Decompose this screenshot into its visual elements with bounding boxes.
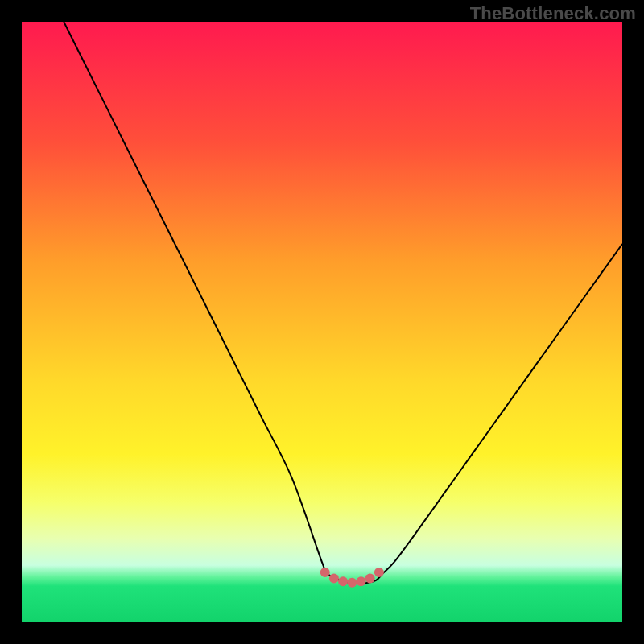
optimal-dot <box>356 576 365 586</box>
watermark-text: TheBottleneck.com <box>470 3 636 24</box>
optimal-dot <box>338 576 348 586</box>
gradient-background <box>22 22 622 622</box>
bottleneck-chart <box>0 0 644 644</box>
chart-frame: TheBottleneck.com <box>0 0 644 644</box>
optimal-dot <box>374 568 384 577</box>
optimal-dot <box>329 574 339 584</box>
optimal-dot <box>347 578 357 588</box>
optimal-dot <box>365 574 375 584</box>
optimal-dot <box>320 568 330 577</box>
